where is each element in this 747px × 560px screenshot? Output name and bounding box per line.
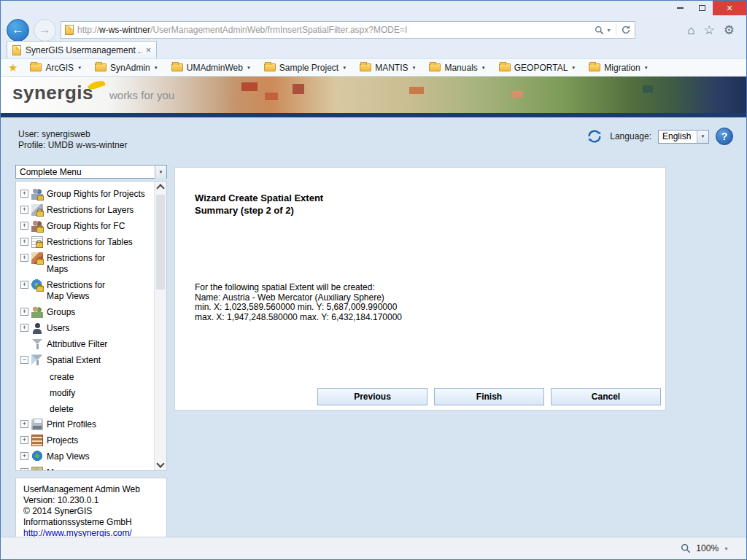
chevron-down-icon: ▼ <box>571 66 576 70</box>
maximize-button[interactable] <box>691 1 713 15</box>
expand-icon[interactable]: + <box>20 238 28 246</box>
favorite-geoportal[interactable]: GEOPORTAL▼ <box>492 59 583 76</box>
favorite-mantis[interactable]: MANTIS▼ <box>353 59 422 76</box>
expand-icon[interactable]: + <box>20 254 28 262</box>
expand-icon[interactable]: + <box>20 324 28 332</box>
tree-item-label: Attributive Filter <box>47 338 107 350</box>
expand-icon[interactable]: + <box>20 468 28 471</box>
wizard-summary: For the following spatial Extent will be… <box>195 283 402 322</box>
forward-arrow-icon: → <box>39 23 51 37</box>
collapse-icon[interactable]: − <box>20 356 28 364</box>
tree-item-spatial-extent-create[interactable]: create <box>20 368 152 384</box>
tree-item-label: Group Rights for FC <box>47 220 125 232</box>
language-select[interactable]: English ▼ <box>658 130 709 144</box>
expand-icon[interactable]: + <box>20 452 28 460</box>
search-icon[interactable] <box>595 26 604 35</box>
tree-item-restrictions-for-layers[interactable]: +Restrictions for Layers <box>20 202 152 218</box>
tree-item-users[interactable]: +Users <box>20 320 152 336</box>
tree-item-label: Projects <box>47 435 78 446</box>
tree-item-print-profiles[interactable]: +Print Profiles <box>20 416 152 432</box>
tree-item-group-rights-for-projects[interactable]: +Group Rights for Projects <box>20 186 152 202</box>
banner-decoration <box>265 93 278 100</box>
favorites-icon[interactable]: ☆ <box>704 24 715 36</box>
url-scheme: http:// <box>77 25 99 35</box>
restrictions-maps-icon <box>31 252 43 264</box>
favorite-synadmin[interactable]: SynAdmin▼ <box>88 59 165 76</box>
scrollbar-thumb[interactable] <box>156 195 165 289</box>
tree-item-maps[interactable]: +Maps <box>20 464 152 471</box>
tree-item-label: Restrictions for Tables <box>47 236 133 248</box>
expand-icon[interactable]: + <box>20 222 28 230</box>
tree-scrollbar[interactable] <box>154 182 166 470</box>
url-host: w-ws-wintner <box>99 25 150 35</box>
forward-button[interactable]: → <box>34 19 56 42</box>
favorite-umadminweb[interactable]: UMAdminWeb▼ <box>165 59 258 76</box>
expand-icon[interactable]: + <box>20 436 28 444</box>
tree-item-restrictions-for-map-views[interactable]: +Restrictions for Map Views <box>20 277 152 304</box>
tree-item-label: delete <box>50 403 74 414</box>
favorite-label: SynAdmin <box>110 63 150 73</box>
users-icon <box>31 322 43 334</box>
tree-item-projects[interactable]: +Projects <box>20 432 152 448</box>
tree-item-label: Restrictions for Layers <box>47 204 133 216</box>
previous-button[interactable]: Previous <box>317 388 427 405</box>
chevron-down-icon: ▼ <box>247 66 251 70</box>
favorite-migration[interactable]: Migration▼ <box>582 59 654 76</box>
finish-button[interactable]: Finish <box>434 388 544 405</box>
tree-item-spatial-extent-delete[interactable]: delete <box>20 400 152 416</box>
tree-item-label: create <box>50 371 74 382</box>
scroll-down-icon[interactable] <box>156 459 164 467</box>
tree-item-spatial-extent-modify[interactable]: modify <box>20 384 152 400</box>
tree-item-groups[interactable]: +Groups <box>20 304 152 320</box>
tree-item-label: Restrictions for Maps <box>47 252 117 275</box>
tree-item-restrictions-for-maps[interactable]: +Restrictions for Maps <box>20 250 152 277</box>
refresh-icon[interactable] <box>621 25 631 35</box>
help-button[interactable]: ? <box>716 128 733 145</box>
tree-item-map-views[interactable]: +Map Views <box>20 448 152 464</box>
user-info-bar: User: synergisweb Profile: UMDB w-ws-win… <box>1 129 746 154</box>
favorite-sample-project[interactable]: Sample Project▼ <box>258 59 353 76</box>
favorites-bar-star-icon[interactable]: ★ <box>8 62 18 73</box>
tab-strip: SynerGIS Usermanagement ... × <box>1 40 746 58</box>
tree-item-attributive-filter[interactable]: Attributive Filter <box>20 336 152 352</box>
tree-item-label: Print Profiles <box>47 419 96 430</box>
favorite-label: Sample Project <box>279 63 338 73</box>
zoom-control[interactable]: 100% ▼ <box>673 537 736 559</box>
menu-mode-select[interactable]: Complete Menu ▼ <box>15 165 167 179</box>
home-icon[interactable]: ⌂ <box>687 24 694 36</box>
refresh-language-icon[interactable] <box>586 128 603 144</box>
folder-icon <box>499 63 511 71</box>
expand-icon[interactable]: + <box>20 190 28 198</box>
favorite-arcgis[interactable]: ArcGIS▼ <box>23 59 88 76</box>
group-rights-fc-icon <box>31 220 43 232</box>
expand-icon[interactable]: + <box>20 206 28 214</box>
tree-item-label: Group Rights for Projects <box>47 188 145 200</box>
close-button[interactable]: × <box>713 1 746 15</box>
zoom-dropdown-icon[interactable]: ▼ <box>724 546 729 551</box>
minimize-button[interactable] <box>669 1 691 15</box>
expand-icon[interactable]: + <box>20 420 28 428</box>
url-text: http://w-ws-wintner/UserManagementAdminW… <box>77 25 591 35</box>
expand-icon[interactable]: + <box>20 281 28 289</box>
tree-item-spatial-extent[interactable]: −Spatial Extent <box>20 352 152 368</box>
banner-divider <box>1 113 746 117</box>
tab-close-icon[interactable]: × <box>146 45 151 55</box>
favorite-manuals[interactable]: Manuals▼ <box>422 59 492 76</box>
user-label: User: <box>18 129 39 139</box>
back-button[interactable]: ← <box>7 19 29 42</box>
cancel-button[interactable]: Cancel <box>551 388 661 405</box>
url-path: /UserManagementAdminWeb/frmInsertSpatial… <box>150 25 407 35</box>
browser-tab[interactable]: SynerGIS Usermanagement ... × <box>7 41 157 58</box>
chevron-down-icon: ▼ <box>155 166 166 179</box>
company-link[interactable]: http://www.mysynergis.com/ <box>23 528 132 537</box>
group-rights-projects-icon <box>31 188 43 200</box>
address-bar[interactable]: http://w-ws-wintner/UserManagementAdminW… <box>61 21 635 39</box>
tree-item-group-rights-for-fc[interactable]: +Group Rights for FC <box>20 218 152 234</box>
sidebar: Complete Menu ▼ +Group Rights for Projec… <box>15 165 169 537</box>
settings-gear-icon[interactable]: ⚙ <box>724 24 735 36</box>
folder-icon <box>30 63 42 71</box>
expand-icon[interactable]: + <box>20 308 28 316</box>
search-dropdown-icon[interactable]: ▼ <box>606 28 611 33</box>
scroll-up-icon[interactable] <box>156 184 164 192</box>
tree-item-restrictions-for-tables[interactable]: +Restrictions for Tables <box>20 234 152 250</box>
